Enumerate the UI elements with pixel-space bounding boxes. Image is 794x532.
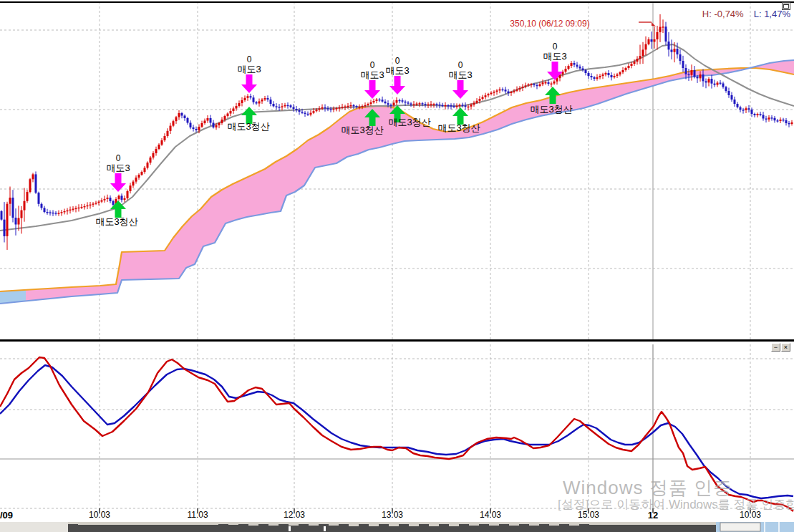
time-axis-label: 12:03 <box>284 510 305 520</box>
high-price-marker: 350,10 (06/12 09:09) <box>510 19 589 29</box>
sell-arrow-icon <box>241 74 257 93</box>
sell-arrow-icon <box>389 76 405 95</box>
sell-signal-label: 매도3 <box>385 64 409 77</box>
high-low-readout: H: -0,74%L: 1,47% <box>702 9 790 19</box>
cover-signal-label: 매도3청산 <box>341 124 383 137</box>
cover-signal-label: 매도3청산 <box>95 216 137 228</box>
scrollbar-thumb[interactable] <box>720 523 760 531</box>
cover-signal-label: 매도3청산 <box>227 120 269 133</box>
restore-icon <box>783 4 789 9</box>
restore-window-button[interactable] <box>782 2 790 10</box>
sell-signal-label: 매도3 <box>106 162 130 175</box>
oscillator-close-button[interactable]: × <box>781 343 790 352</box>
sell-arrow-icon <box>452 80 468 99</box>
time-axis-label: 11:03 <box>187 510 208 520</box>
session-low-percent: L: 1,47% <box>754 9 790 19</box>
time-axis-label: 12 <box>648 510 658 521</box>
cover-signal-label: 매도3청산 <box>388 116 430 129</box>
time-axis-label: 14:03 <box>480 510 501 520</box>
chart-canvas[interactable] <box>0 0 794 532</box>
time-axis-label: 10:03 <box>89 510 110 520</box>
sell-signal-label: 매도3 <box>448 69 472 82</box>
time-axis-label: 10:03 <box>740 510 761 520</box>
cover-signal-label: 매도3청산 <box>530 103 572 116</box>
time-axis-label: 15:03 <box>578 510 599 520</box>
time-axis-label: 13:03 <box>382 510 403 520</box>
cover-signal-label: 매도3청산 <box>437 122 480 135</box>
sell-signal-label: 매도3 <box>237 63 261 76</box>
time-axis-label: /09 <box>0 510 13 521</box>
chart-window: H: -0,74%L: 1,47% 350,10 (06/12 09:09) −… <box>0 0 794 532</box>
chart-h-scrollbar[interactable] <box>0 522 794 532</box>
sell-arrow-icon <box>364 80 380 99</box>
session-high-percent: H: -0,74% <box>702 9 744 19</box>
sell-signal-label: 매도3 <box>543 50 566 63</box>
oscillator-minimize-button[interactable]: − <box>771 343 780 352</box>
sell-signal-label: 매도3 <box>360 69 384 82</box>
